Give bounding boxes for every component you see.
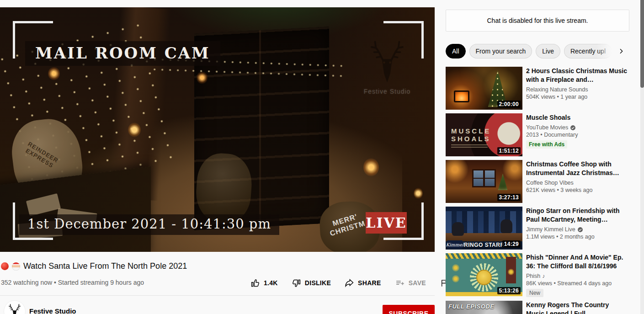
recommendation-item[interactable]: Kimmel RINGO STARR 14:29 Ringo Starr on … [446,207,629,250]
action-bar: 1.4K DISLIKE SHARE SAVE [250,277,433,289]
recommended-video-title[interactable]: Ringo Starr on Friendship with Paul McCa… [526,207,628,224]
video-thumbnail[interactable]: FULL EPISODE [446,301,522,314]
sack-right-text: MERR' CHRISTM [326,211,367,238]
recommendation-list: 2:00:00 2 Hours Classic Christmas Music … [446,67,629,314]
recommended-meta: 2013 • Documentary [526,132,628,138]
santa-emoji [12,262,20,271]
recommendation-item[interactable]: 5:13:26 Phish "Dinner And A Movie" Ep. 3… [446,253,629,297]
kimmel-logo: Kimmel [447,240,463,249]
candle-glow [197,71,208,84]
chip-recently-uploaded[interactable]: Recently upl [564,44,612,59]
save-button[interactable]: SAVE [395,278,426,288]
dislike-label: DISLIKE [305,279,331,287]
thumb-text: FULL EPISODE [448,303,494,310]
thumb-art [452,275,459,282]
chips-scroll-next-button[interactable] [616,46,627,57]
thumb-art [500,219,512,233]
channel-name-text: YouTube Movies [526,124,568,131]
candle-glow [48,67,60,80]
lantern-glow [128,122,141,137]
stag-logo-icon [7,303,22,314]
share-arrow-icon [345,278,354,288]
video-title: Watch Santa Live From The North Pole 202… [23,261,187,271]
thumb-art [451,144,488,148]
chat-disabled-notice: Chat is disabled for this live stream. [446,10,629,32]
duration-badge: 3:27:13 [497,194,521,201]
video-thumbnail[interactable]: 2:00:00 [446,67,522,110]
video-thumbnail[interactable]: 3:27:13 [446,160,522,203]
related-sidebar: Chat is disabled for this live stream. A… [446,0,629,314]
thumb-art [497,174,509,190]
filter-chip-bar: All From your search Live Recently upl [446,44,614,59]
channel-name-text: Coffee Shop Vibes [526,180,574,186]
mail-sack-middle [194,152,254,224]
subscribe-button[interactable]: SUBSCRIBE [383,305,435,314]
share-button[interactable]: SHARE [345,278,381,288]
recommended-video-title[interactable]: 2 Hours Classic Christmas Music with a F… [526,67,628,84]
sack-left-text: REINDEER EXPRESS [23,140,59,170]
add-to-playlist-icon [395,278,405,288]
chip-all[interactable]: All [446,44,466,59]
thumbs-down-icon [292,278,301,288]
free-with-ads-badge: Free with Ads [526,140,567,149]
candle-glow [414,188,423,199]
channel-name[interactable]: Festive Studio [29,307,76,314]
cam-title-overlay: MAIL ROOM CAM [25,41,220,66]
red-circle-emoji [1,262,9,270]
channel-avatar[interactable] [4,300,26,314]
recommended-video-title[interactable]: Muscle Shoals [526,113,628,122]
section-divider [0,295,435,296]
duration-badge: 5:13:26 [497,287,521,294]
like-count: 1.4K [264,279,278,287]
recommendation-item[interactable]: 3:27:13 Christmas Coffee Shop with Instr… [446,160,629,203]
dislike-button[interactable]: DISLIKE [292,278,331,288]
thumbs-up-icon [250,278,260,288]
duration-badge: 14:29 [502,240,521,248]
recommended-channel[interactable]: Relaxing Nature Sounds [526,86,628,93]
duration-badge: 1:51:12 [497,147,521,154]
frame-bracket-top-right [383,21,424,59]
thumb-art [452,222,464,236]
recommendation-item[interactable]: MUSCLE SHOALS 1:51:12 Muscle Shoals YouT… [446,113,629,156]
thumb-art [452,264,459,271]
scrollbar-thumb[interactable] [640,0,644,88]
like-button[interactable]: 1.4K [250,278,278,288]
recommended-channel[interactable]: YouTube Movies [526,124,628,131]
recommended-meta: 621K views • 3 weeks ago [526,187,628,193]
thumb-art [472,169,496,187]
video-player[interactable]: REINDEER EXPRESS MERR' CHRISTM MAIL ROOM… [0,7,435,252]
thumb-art [454,90,469,102]
channel-name-text: Jimmy Kimmel Live [526,226,575,233]
recommendation-item[interactable]: FULL EPISODE Kenny Rogers The Country Mu… [446,301,629,314]
video-thumbnail[interactable]: MUSCLE SHOALS 1:51:12 [446,113,522,156]
live-badge: LIVE [366,212,407,234]
verified-badge-icon [570,125,576,131]
chevron-right-icon [617,48,625,55]
verified-badge-icon [577,227,583,233]
video-title-row: Watch Santa Live From The North Pole 202… [1,261,348,271]
recommended-meta: 1.1M views • 2 months ago [526,234,628,240]
recommendation-item[interactable]: 2:00:00 2 Hours Classic Christmas Music … [446,67,629,110]
candle-glow [363,158,379,176]
recommended-channel[interactable]: Jimmy Kimmel Live [526,226,628,233]
new-badge: New [526,289,543,297]
chip-from-your-search[interactable]: From your search [469,44,532,59]
recommended-meta: 504K views • 1 year ago [526,94,628,100]
thumb-art [506,257,516,283]
timestamp-overlay: 1st December 2021 - 10:41:30 pm [19,214,279,235]
channel-name-text: Phish [526,273,540,279]
thumb-art [476,270,492,285]
duration-badge: 2:00:00 [497,101,521,108]
page-scrollbar[interactable] [640,0,644,314]
recommended-channel[interactable]: Coffee Shop Vibes [526,180,628,186]
video-thumbnail[interactable]: Kimmel RINGO STARR 14:29 [446,207,522,250]
chip-live[interactable]: Live [536,44,560,59]
recommended-video-title[interactable]: Phish "Dinner And A Movie" Ep. 36: The C… [526,253,628,271]
recommended-channel[interactable]: Phish ♪ [526,273,628,279]
recommended-video-title[interactable]: Christmas Coffee Shop with Instrumental … [526,160,628,177]
video-thumbnail[interactable]: 5:13:26 [446,253,522,296]
save-label: SAVE [409,279,426,287]
thumb-text: RINGO STARR [464,242,505,248]
recommended-video-title[interactable]: Kenny Rogers The Country Music Legend | … [526,301,628,314]
youtube-watch-page: REINDEER EXPRESS MERR' CHRISTM MAIL ROOM… [0,0,644,314]
